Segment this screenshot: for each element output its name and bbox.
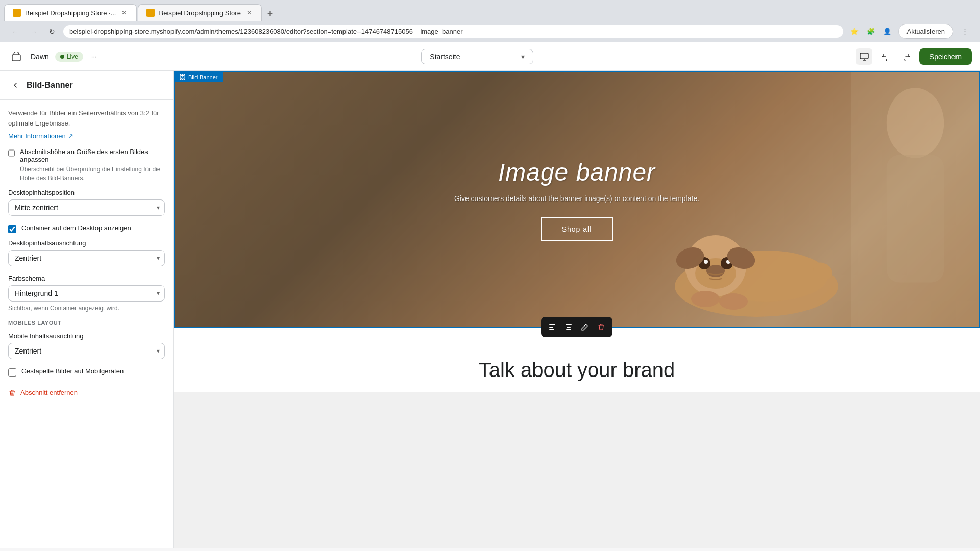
banner-image-background: Image banner Give customers details abou… xyxy=(175,72,979,327)
external-link-icon: ↗ xyxy=(68,132,74,140)
svg-rect-18 xyxy=(887,155,944,283)
undo-redo-group xyxy=(878,48,913,65)
reload-button[interactable]: ↻ xyxy=(45,24,59,39)
banner-content: Image banner Give customers details abou… xyxy=(454,158,699,241)
desktop-alignment-select[interactable]: Zentriert Links Rechts xyxy=(8,250,165,266)
desktop-alignment-select-wrapper: Zentriert Links Rechts ▾ xyxy=(8,250,165,266)
brand-title: Talk about your brand xyxy=(194,359,960,382)
tab-favicon xyxy=(13,9,21,17)
tab-favicon-2 xyxy=(146,9,155,17)
browser-actions: ⭐ 🧩 👤 xyxy=(847,24,894,39)
app-shell: Dawn Live ··· Startseite ▾ xyxy=(0,42,980,548)
desktop-alignment-group: Desktopinhaltsausrichtung Zentriert Link… xyxy=(8,239,165,266)
tab-inactive[interactable]: Beispiel Dropshipping Store ✕ xyxy=(138,4,261,21)
toolbar-align-left-button[interactable] xyxy=(545,320,559,334)
color-schema-group: Farbschema Hintergrund 1 Hintergrund 2 A… xyxy=(8,274,165,312)
main-content: Bild-Banner Verwende für Bilder ein Seit… xyxy=(0,71,980,548)
topbar-center: Startseite ▾ xyxy=(105,49,850,64)
svg-rect-19 xyxy=(549,324,555,325)
browser-chrome: Beispiel Dropshipping Store ·... ✕ Beisp… xyxy=(0,0,980,42)
theme-name: Dawn xyxy=(31,53,49,61)
redo-button[interactable] xyxy=(897,48,913,65)
color-schema-hint: Sichtbar, wenn Container angezeigt wird. xyxy=(8,305,165,312)
section-height-checkbox[interactable] xyxy=(8,149,15,157)
svg-rect-21 xyxy=(549,329,554,330)
tab-close-btn-2[interactable]: ✕ xyxy=(245,9,253,17)
section-height-desc: Überschreibt bei Überprüfung die Einstel… xyxy=(20,165,165,183)
color-schema-label: Farbschema xyxy=(8,274,165,282)
browser-more-button[interactable]: ⋮ xyxy=(958,24,972,39)
desktop-view-button[interactable] xyxy=(856,48,872,65)
svg-rect-23 xyxy=(567,327,571,328)
page-selector[interactable]: Startseite ▾ xyxy=(421,49,533,64)
theme-more-button[interactable]: ··· xyxy=(89,51,99,62)
new-tab-button[interactable]: + xyxy=(263,7,277,21)
banner-label: 🖼 Bild-Banner xyxy=(175,72,223,82)
desktop-position-label: Desktopinhaltsposition xyxy=(8,189,165,196)
topbar-right: Speichern xyxy=(856,48,972,65)
tab-close-btn[interactable]: ✕ xyxy=(120,9,128,17)
mobile-alignment-select-wrapper: Zentriert Links Rechts ▾ xyxy=(8,343,165,359)
tab-bar: Beispiel Dropshipping Store ·... ✕ Beisp… xyxy=(0,0,980,21)
forward-nav-button[interactable]: → xyxy=(27,24,41,39)
banner-section[interactable]: 🖼 Bild-Banner xyxy=(174,71,980,328)
sidebar-header: Bild-Banner xyxy=(0,71,173,100)
more-info-link[interactable]: Mehr Informationen ↗ xyxy=(8,132,74,140)
banner-label-text: Bild-Banner xyxy=(188,74,217,80)
live-label: Live xyxy=(67,53,78,60)
extension-icon[interactable]: 🧩 xyxy=(864,24,878,39)
tab-label: Beispiel Dropshipping Store ·... xyxy=(25,9,116,17)
tab-label-2: Beispiel Dropshipping Store xyxy=(159,9,240,17)
profile-icon[interactable]: 👤 xyxy=(880,24,894,39)
trash-icon xyxy=(8,389,16,397)
toolbar-edit-button[interactable] xyxy=(578,320,592,334)
mobile-alignment-label: Mobile Inhaltsausrichtung xyxy=(8,332,165,340)
svg-rect-22 xyxy=(566,324,572,325)
preview-inner: 🖼 Bild-Banner xyxy=(174,71,980,548)
svg-rect-24 xyxy=(566,329,571,330)
undo-button[interactable] xyxy=(878,48,895,65)
aktualisieren-button[interactable]: Aktualisieren xyxy=(898,24,953,39)
banner-subtitle: Give customers details about the banner … xyxy=(454,194,699,203)
topbar-left: Dawn Live ··· xyxy=(8,48,99,65)
tab-active[interactable]: Beispiel Dropshipping Store ·... ✕ xyxy=(4,4,137,21)
sidebar: Bild-Banner Verwende für Bilder ein Seit… xyxy=(0,71,174,548)
topbar: Dawn Live ··· Startseite ▾ xyxy=(0,42,980,71)
shop-all-button[interactable]: Shop all xyxy=(541,217,614,241)
delete-section-button[interactable]: Abschnitt entfernen xyxy=(8,383,165,403)
svg-point-9 xyxy=(704,260,708,264)
desktop-position-select[interactable]: Mitte zentriert Links Rechts xyxy=(8,199,165,216)
view-toggle xyxy=(856,48,872,65)
color-schema-select[interactable]: Hintergrund 1 Hintergrund 2 Akzent 1 Akz… xyxy=(8,285,165,302)
svg-rect-1 xyxy=(860,53,868,59)
chevron-down-icon: ▾ xyxy=(521,53,525,61)
speichern-button[interactable]: Speichern xyxy=(919,48,972,65)
desktop-position-group: Desktopinhaltsposition Mitte zentriert L… xyxy=(8,189,165,216)
banner-title: Image banner xyxy=(454,158,699,186)
svg-point-17 xyxy=(887,88,944,158)
live-badge: Live xyxy=(55,52,83,62)
info-text: Verwende für Bilder ein Seitenverhältnis… xyxy=(8,108,165,128)
home-button[interactable] xyxy=(8,48,24,65)
mobile-alignment-select[interactable]: Zentriert Links Rechts xyxy=(8,343,165,359)
sidebar-back-button[interactable] xyxy=(8,78,22,92)
stacked-images-label[interactable]: Gestapelte Bilder auf Mobilgeräten xyxy=(21,367,124,375)
live-dot xyxy=(60,55,64,59)
section-height-checkbox-group: Abschnittshöhe an Größe des ersten Bilde… xyxy=(8,148,165,183)
desktop-alignment-label: Desktopinhaltsausrichtung xyxy=(8,239,165,247)
section-height-label[interactable]: Abschnittshöhe an Größe des ersten Bilde… xyxy=(20,148,148,163)
back-nav-button[interactable]: ← xyxy=(8,24,22,39)
toolbar-align-center-button[interactable] xyxy=(561,320,576,334)
page-selector-label: Startseite xyxy=(430,53,460,61)
show-container-checkbox[interactable] xyxy=(8,225,16,233)
address-input[interactable] xyxy=(63,25,843,38)
show-container-label[interactable]: Container auf dem Desktop anzeigen xyxy=(21,224,131,232)
svg-point-14 xyxy=(719,293,748,310)
bookmark-icon[interactable]: ⭐ xyxy=(847,24,862,39)
stacked-images-checkbox[interactable] xyxy=(8,368,16,377)
show-container-checkbox-group: Container auf dem Desktop anzeigen xyxy=(8,224,165,233)
delete-section-label: Abschnitt entfernen xyxy=(20,389,78,396)
sidebar-title: Bild-Banner xyxy=(27,81,73,90)
toolbar-delete-button[interactable] xyxy=(594,320,608,334)
svg-rect-0 xyxy=(12,55,20,61)
